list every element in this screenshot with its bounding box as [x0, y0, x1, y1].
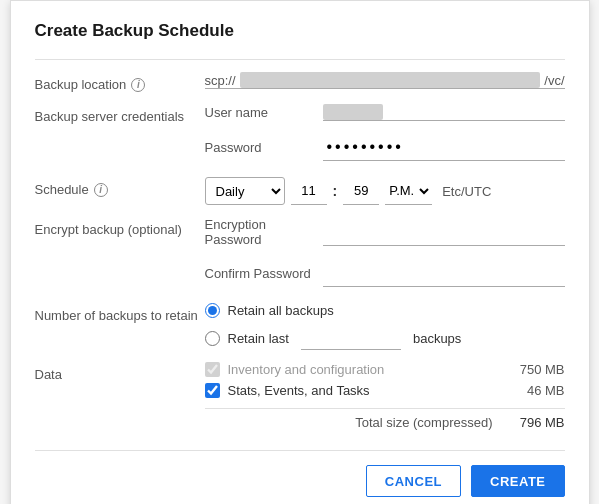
encrypt-backup-content: Encryption Password Confirm Password [205, 217, 565, 291]
data-total-row: Total size (compressed) 796 MB [205, 408, 565, 430]
schedule-content: Daily Weekly Monthly : A.M. P.M. Etc/UTC [205, 177, 565, 205]
retain-radio-group: Retain all backups Retain last backups [205, 303, 565, 350]
retain-all-label: Retain all backups [228, 303, 334, 318]
data-row: Data Inventory and configuration 750 MB … [35, 362, 565, 430]
data-total-size: 796 MB [505, 415, 565, 430]
username-input-wrapper [323, 104, 565, 121]
schedule-controls: Daily Weekly Monthly : A.M. P.M. Etc/UTC [205, 177, 565, 205]
retain-all-radio[interactable] [205, 303, 220, 318]
retain-last-row: Retain last backups [205, 326, 565, 350]
encrypt-backup-label: Encrypt backup (optional) [35, 217, 205, 237]
schedule-hour-input[interactable] [291, 177, 327, 205]
schedule-ampm-select[interactable]: A.M. P.M. [385, 177, 432, 205]
cancel-button[interactable]: CANCEL [366, 465, 461, 497]
backup-location-row: Backup location i scp:// /vc/ [35, 72, 565, 92]
data-item-0-label: Inventory and configuration [228, 362, 497, 377]
data-content: Inventory and configuration 750 MB Stats… [205, 362, 565, 430]
encryption-password-label: Encryption Password [205, 217, 315, 247]
schedule-minute-input[interactable] [343, 177, 379, 205]
backup-location-masked [240, 72, 541, 88]
retain-last-label: Retain last [228, 331, 289, 346]
password-input[interactable] [323, 133, 565, 161]
data-item-1-size: 46 MB [505, 383, 565, 398]
data-item-1: Stats, Events, and Tasks 46 MB [205, 383, 565, 398]
username-label: User name [205, 105, 315, 120]
dialog-footer: CANCEL CREATE [35, 450, 565, 497]
data-label: Data [35, 362, 205, 382]
data-item-1-checkbox[interactable] [205, 383, 220, 398]
confirm-password-input[interactable] [323, 259, 565, 287]
schedule-info-icon[interactable]: i [94, 183, 108, 197]
retain-last-suffix: backups [413, 331, 461, 346]
backup-location-suffix: /vc/ [544, 73, 564, 88]
encrypt-backup-row: Encrypt backup (optional) Encryption Pas… [35, 217, 565, 291]
title-divider [35, 59, 565, 60]
username-masked [323, 104, 383, 120]
confirm-password-row: Confirm Password [205, 259, 565, 287]
schedule-label: Schedule i [35, 177, 205, 197]
create-backup-schedule-dialog: Create Backup Schedule Backup location i… [10, 0, 590, 504]
backup-credentials-label: Backup server credentials [35, 104, 205, 124]
password-label: Password [205, 140, 315, 155]
timezone-label: Etc/UTC [442, 184, 491, 199]
confirm-password-label: Confirm Password [205, 266, 315, 281]
retain-backups-label: Number of backups to retain [35, 303, 205, 323]
dialog-title: Create Backup Schedule [35, 21, 565, 41]
retain-backups-row: Number of backups to retain Retain all b… [35, 303, 565, 350]
data-item-0-size: 750 MB [505, 362, 565, 377]
schedule-frequency-select[interactable]: Daily Weekly Monthly [205, 177, 285, 205]
backup-credentials-row: Backup server credentials User name Pass… [35, 104, 565, 165]
time-separator: : [333, 183, 338, 199]
username-row: User name [205, 104, 565, 121]
encryption-password-row: Encryption Password [205, 217, 565, 247]
backup-location-label: Backup location i [35, 72, 205, 92]
backup-credentials-content: User name Password [205, 104, 565, 165]
encryption-password-input[interactable] [323, 218, 565, 246]
retain-backups-content: Retain all backups Retain last backups [205, 303, 565, 350]
schedule-row: Schedule i Daily Weekly Monthly : A.M. P… [35, 177, 565, 205]
backup-location-input-wrapper: scp:// /vc/ [205, 72, 565, 89]
data-total-label: Total size (compressed) [355, 415, 492, 430]
retain-all-row: Retain all backups [205, 303, 565, 318]
password-row: Password [205, 133, 565, 161]
backup-location-prefix: scp:// [205, 73, 236, 88]
create-button[interactable]: CREATE [471, 465, 564, 497]
backup-location-content: scp:// /vc/ [205, 72, 565, 89]
backup-location-info-icon[interactable]: i [131, 78, 145, 92]
data-item-0: Inventory and configuration 750 MB [205, 362, 565, 377]
retain-last-radio[interactable] [205, 331, 220, 346]
data-item-0-checkbox [205, 362, 220, 377]
retain-last-count-input[interactable] [301, 326, 401, 350]
data-item-1-label: Stats, Events, and Tasks [228, 383, 497, 398]
